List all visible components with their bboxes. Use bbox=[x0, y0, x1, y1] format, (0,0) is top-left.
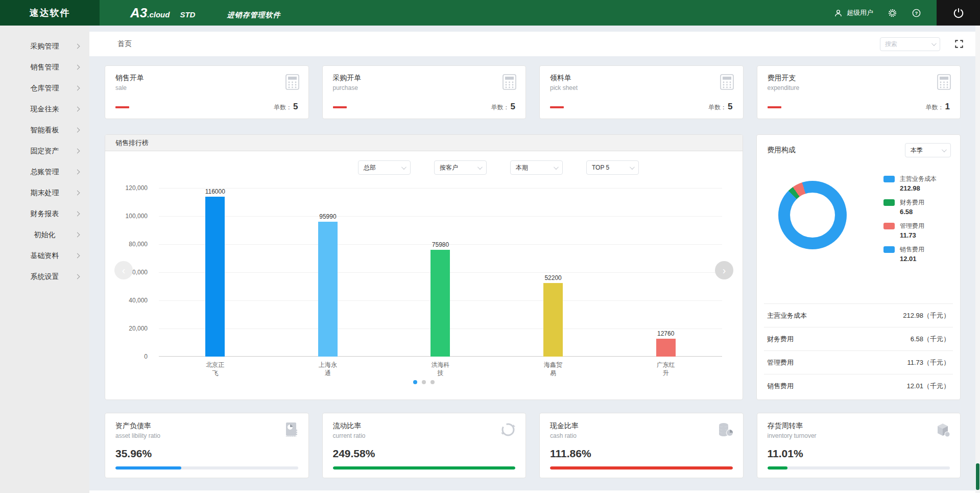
card-subtitle: expenditure bbox=[768, 84, 950, 91]
sidebar-item-7[interactable]: 期末处理 bbox=[0, 182, 89, 203]
card-inventory-turnover[interactable]: 存货周转率 inventory turnover 11.01% bbox=[757, 413, 961, 478]
user-icon bbox=[833, 8, 843, 18]
count-badge: 单数：5 bbox=[491, 102, 515, 112]
progress-fill bbox=[115, 466, 181, 469]
legend-item: 财务费用 6.58 bbox=[883, 198, 937, 216]
chevron-right-icon bbox=[75, 170, 80, 175]
bar-北京正飞[interactable]: 116000 bbox=[159, 188, 272, 357]
legend-item: 主营业务成本 212.98 bbox=[883, 175, 937, 192]
help-icon[interactable]: ? bbox=[912, 8, 921, 18]
user-menu[interactable]: 超级用户 bbox=[833, 8, 873, 18]
bar-value-label: 12760 bbox=[657, 330, 674, 337]
filter-topn-select[interactable]: TOP 5 bbox=[586, 160, 639, 175]
donut-legend: 主营业务成本 212.98 财务费用 6.58 管理费用 11.73 bbox=[883, 175, 937, 263]
sidebar-item-9[interactable]: 初始化 bbox=[0, 224, 89, 245]
expense-composition-panel: 费用构成 本季 主营业务成本 212.98 财务费用 6.58 bbox=[756, 134, 961, 400]
progress-fill bbox=[550, 466, 733, 469]
carousel-dot-1[interactable] bbox=[422, 380, 426, 384]
carousel-next-button[interactable]: › bbox=[715, 261, 733, 279]
progress-fill bbox=[768, 466, 787, 469]
app-header: 速达软件 A3.cloud STD 进销存管理软件 超级用户 ? bbox=[0, 0, 980, 26]
sidebar-item-6[interactable]: 总账管理 bbox=[0, 161, 89, 182]
card-purchase-order[interactable]: 采购开单 purchase 单数：5 bbox=[322, 65, 527, 119]
red-dash bbox=[115, 106, 129, 108]
card-pick-sheet[interactable]: 领料单 pick sheet 单数：5 bbox=[539, 65, 744, 119]
filter-org-select[interactable]: 总部 bbox=[358, 160, 411, 175]
tab-home[interactable]: 首页 bbox=[117, 39, 132, 49]
calculator-icon bbox=[503, 74, 516, 90]
bar-上海永通[interactable]: 95990 bbox=[272, 188, 385, 357]
y-tick-label: 100,000 bbox=[126, 213, 148, 220]
filter-period-select[interactable]: 本期 bbox=[510, 160, 563, 175]
vertical-scrollbar[interactable] bbox=[975, 26, 980, 493]
x-axis-labels: 北京正飞上海永通洪海科技海鑫贸易广东红升 bbox=[159, 361, 722, 377]
expense-rows: 主营业务成本212.98（千元） 财务费用6.58（千元） 管理费用11.73（… bbox=[757, 303, 960, 397]
settings-gear-icon[interactable] bbox=[888, 8, 897, 18]
card-title: 费用开支 bbox=[768, 74, 950, 83]
legend-swatch bbox=[883, 176, 895, 182]
carousel-dot-2[interactable] bbox=[431, 380, 435, 384]
legend-item: 销售费用 12.01 bbox=[883, 245, 937, 263]
cycle-arrows-icon bbox=[500, 421, 516, 438]
logo-a3: A3 bbox=[130, 5, 147, 21]
chevron-down-icon bbox=[477, 165, 483, 170]
progress-track bbox=[550, 466, 733, 469]
sidebar-item-5[interactable]: 固定资产 bbox=[0, 140, 89, 161]
progress-track bbox=[768, 466, 950, 469]
main-area: 首页 搜索 销售开单 sale 单数：5 采购开单 purchase bbox=[89, 26, 980, 493]
card-cash-ratio[interactable]: 现金比率 cash ratio 111.86% bbox=[539, 413, 744, 478]
product-name: 进销存管理软件 bbox=[227, 11, 280, 20]
fullscreen-icon[interactable] bbox=[954, 39, 964, 49]
user-name: 超级用户 bbox=[847, 8, 873, 17]
search-placeholder: 搜索 bbox=[885, 40, 897, 49]
carousel-prev-button[interactable]: ‹ bbox=[114, 261, 133, 279]
bar-广东红升[interactable]: 12760 bbox=[609, 188, 722, 357]
bar-洪海科技[interactable]: 75980 bbox=[384, 188, 497, 357]
expense-period-select[interactable]: 本季 bbox=[905, 143, 951, 157]
chevron-right-icon bbox=[75, 128, 80, 133]
card-sale-order[interactable]: 销售开单 sale 单数：5 bbox=[105, 65, 309, 119]
sales-ranking-panel: 销售排行榜 总部 按客户 本期 TOP 5 120,000100,00080,0… bbox=[105, 134, 743, 400]
sidebar-item-8[interactable]: 财务报表 bbox=[0, 203, 89, 224]
sidebar-item-4[interactable]: 智能看板 bbox=[0, 120, 89, 140]
sidebar-item-11[interactable]: 系统设置 bbox=[0, 266, 89, 287]
bar-value-label: 116000 bbox=[205, 188, 225, 195]
bar-海鑫贸易[interactable]: 52200 bbox=[497, 188, 610, 357]
card-expenditure[interactable]: 费用开支 expenditure 单数：1 bbox=[757, 65, 961, 119]
carousel-dots bbox=[105, 380, 743, 384]
chevron-right-icon bbox=[75, 232, 80, 238]
sidebar-item-0[interactable]: 采购管理 bbox=[0, 36, 89, 57]
logo-std: STD bbox=[180, 10, 195, 19]
card-title: 领料单 bbox=[550, 74, 733, 83]
calculator-icon bbox=[285, 74, 299, 90]
scrollbar-thumb[interactable] bbox=[976, 463, 979, 490]
red-dash bbox=[768, 106, 781, 108]
sidebar-item-3[interactable]: 现金往来 bbox=[0, 99, 89, 120]
coins-icon bbox=[718, 421, 734, 438]
card-title: 采购开单 bbox=[333, 74, 516, 83]
chevron-right-icon bbox=[75, 86, 80, 91]
expense-donut-chart bbox=[778, 181, 847, 249]
legend-swatch bbox=[883, 246, 895, 253]
ratio-cards-row: 资产负债率 asset libility ratio 35.96% 流动比率 c… bbox=[105, 413, 961, 478]
card-current-ratio[interactable]: 流动比率 current ratio 249.58% bbox=[322, 413, 527, 478]
carousel-dot-0[interactable] bbox=[413, 380, 417, 384]
filter-by-customer-select[interactable]: 按客户 bbox=[434, 160, 487, 175]
search-select[interactable]: 搜索 bbox=[880, 37, 940, 51]
legend-swatch bbox=[883, 199, 895, 206]
card-title: 销售开单 bbox=[115, 74, 298, 83]
expense-row: 财务费用6.58（千元） bbox=[764, 327, 953, 350]
chevron-right-icon bbox=[75, 107, 80, 112]
sidebar-item-1[interactable]: 销售管理 bbox=[0, 57, 89, 78]
card-asset-liability-ratio[interactable]: 资产负债率 asset libility ratio 35.96% bbox=[105, 413, 309, 478]
status-footer: 当前账套: sample2020 - 演示账套 进销存期间: 2020年9月 会… bbox=[89, 490, 980, 493]
chevron-down-icon bbox=[401, 165, 407, 170]
card-subtitle: purchase bbox=[333, 84, 516, 91]
sidebar-item-2[interactable]: 仓库管理 bbox=[0, 78, 89, 99]
sales-bar-plot: 11600095990759805220012760 bbox=[159, 188, 722, 357]
logout-power-button[interactable] bbox=[937, 0, 980, 26]
legend-item: 管理费用 11.73 bbox=[883, 222, 937, 239]
count-badge: 单数：5 bbox=[708, 102, 732, 112]
chevron-down-icon bbox=[554, 165, 559, 170]
sidebar-item-10[interactable]: 基础资料 bbox=[0, 245, 89, 266]
